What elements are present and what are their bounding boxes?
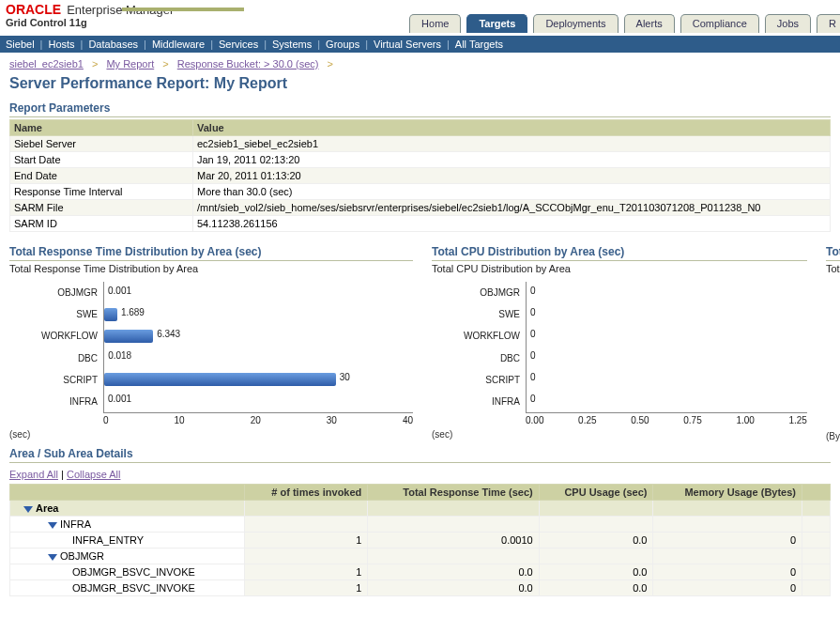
oracle-logo: ORACLE — [6, 2, 61, 17]
cell-memory: 0 — [653, 564, 802, 580]
chart-subtitle: Total CPU Distribution by Area — [432, 263, 807, 274]
col-cpu: CPU Usage (sec) — [539, 485, 653, 501]
param-name: SARM ID — [10, 216, 193, 232]
subnav-siebel[interactable]: Siebel — [6, 39, 35, 50]
breadcrumb-3[interactable]: Response Bucket: > 30.0 (sec) — [177, 58, 319, 70]
sub-nav: Siebel| Hosts| Databases| Middleware| Se… — [0, 36, 840, 53]
collapse-icon[interactable] — [48, 522, 57, 529]
cell-response: 0.0 — [368, 564, 539, 580]
brand-bar — [122, 8, 244, 11]
cell-response: 0.0010 — [368, 533, 539, 548]
col-response: Total Response Time (sec) — [368, 485, 539, 501]
subnav-services[interactable]: Services — [219, 39, 258, 50]
collapse-icon[interactable] — [48, 554, 57, 561]
col-extra — [802, 485, 831, 501]
chart-bar-label: 6.343 — [157, 329, 180, 339]
collapse-all-link[interactable]: Collapse All — [67, 469, 120, 480]
collapse-icon[interactable] — [23, 506, 33, 513]
chart-bar-label: 0 — [530, 286, 536, 296]
param-value: /mnt/sieb_vol2/sieb_home/ses/siebsrvr/en… — [193, 200, 831, 216]
subnav-middleware[interactable]: Middleware — [152, 39, 205, 50]
tab-deployments[interactable]: Deployments — [533, 14, 618, 33]
page-title: Server Performance Report: My Report — [9, 75, 831, 92]
breadcrumb-2[interactable]: My Report — [106, 58, 154, 70]
report-parameters-table: Name Value Siebel Serverec2sieb1_siebel_… — [9, 119, 831, 232]
chart-bar — [104, 308, 117, 321]
tree-root[interactable]: Area — [10, 501, 245, 517]
chart-subtitle: Total Response Time Distribution by Area — [9, 263, 413, 274]
tab-compliance[interactable]: Compliance — [680, 14, 759, 33]
area-details-title: Area / Sub Area Details — [9, 447, 831, 463]
cell-invoked: 1 — [245, 580, 368, 596]
breadcrumb-1[interactable]: siebel_ec2sieb1 — [9, 58, 84, 70]
col-invoked: # of times invoked — [245, 485, 368, 501]
subnav-systems[interactable]: Systems — [272, 39, 312, 50]
tab-home[interactable]: Home — [409, 14, 461, 33]
cell-memory: 0 — [653, 533, 802, 548]
chart-subtitle: Tota — [826, 263, 840, 274]
col-memory: Memory Usage (Bytes) — [653, 485, 802, 501]
chart-xaxis: 0.000.250.500.751.001.25 — [526, 413, 807, 425]
subnav-all-targets[interactable]: All Targets — [455, 39, 503, 50]
chart-bar-label: 0 — [530, 329, 536, 339]
report-parameters-section: Report Parameters Name Value Siebel Serv… — [9, 101, 831, 232]
chart-unit: (sec) — [432, 429, 807, 440]
param-value: ec2sieb1_siebel_ec2sieb1 — [193, 136, 831, 152]
chart-ylabels: OBJMGR SWE WORKFLOW DBC SCRIPT INFRA — [432, 282, 526, 413]
param-value: Jan 19, 2011 02:13:20 — [193, 152, 831, 168]
tab-jobs[interactable]: Jobs — [765, 14, 811, 33]
cell-invoked: 1 — [245, 564, 368, 580]
chart-bar-label: 30 — [340, 372, 350, 382]
area-details-table: # of times invoked Total Response Time (… — [9, 484, 831, 596]
chart-xaxis: 010203040 — [103, 413, 413, 425]
subnav-databases[interactable]: Databases — [88, 39, 138, 50]
chart-response-time: Total Response Time Distribution by Area… — [9, 245, 413, 441]
chart-title: Tot — [826, 245, 840, 261]
subnav-groups[interactable]: Groups — [326, 39, 359, 50]
param-value: Mar 20, 2011 01:13:20 — [193, 168, 831, 184]
expand-all-link[interactable]: Expand All — [9, 469, 58, 480]
chart-bar-label: 1.689 — [121, 307, 145, 317]
chart-bar-label: 0 — [530, 307, 536, 317]
param-name: End Date — [10, 168, 193, 184]
chart-title: Total CPU Distribution by Area (sec) — [432, 245, 807, 261]
charts-row: Total Response Time Distribution by Area… — [9, 245, 831, 441]
param-name: Siebel Server — [10, 136, 193, 152]
subnav-virtual-servers[interactable]: Virtual Servers — [374, 39, 441, 50]
col-value: Value — [193, 120, 831, 136]
chart-bar-label: 0.001 — [108, 286, 131, 296]
param-name: Start Date — [10, 152, 193, 168]
cell-cpu: 0.0 — [539, 580, 653, 596]
header: ORACLE Enterprise Manager Grid Control 1… — [0, 0, 840, 36]
tab-reports-cut[interactable]: R — [817, 14, 840, 33]
report-parameters-title: Report Parameters — [9, 101, 831, 117]
chart-title: Total Response Time Distribution by Area… — [9, 245, 413, 261]
tree-node[interactable]: INFRA — [10, 517, 245, 533]
cell-response: 0.0 — [368, 580, 539, 596]
tree-leaf: OBJMGR_BSVC_INVOKE — [10, 580, 245, 596]
chart-unit: (sec) — [9, 429, 413, 440]
chart-unit: (Byt — [826, 431, 840, 441]
cell-cpu: 0.0 — [539, 533, 653, 548]
tree-leaf: INFRA_ENTRY — [10, 533, 245, 548]
area-details-section: Area / Sub Area Details Expand All | Col… — [9, 447, 831, 596]
chevron-right-icon: > — [328, 58, 333, 70]
chart-plot: 000000 — [526, 282, 807, 413]
tab-alerts[interactable]: Alerts — [624, 14, 675, 33]
tree-leaf: OBJMGR_BSVC_INVOKE — [10, 564, 245, 580]
chevron-right-icon: > — [92, 58, 98, 70]
chart-bar-label: 0 — [530, 350, 536, 361]
breadcrumb: siebel_ec2sieb1 > My Report > Response B… — [0, 53, 840, 75]
cell-invoked: 1 — [245, 533, 368, 548]
chart-bar-label: 0.001 — [108, 394, 131, 404]
chart-memory-cut: Tot Tota (Byt — [826, 245, 840, 441]
tab-targets[interactable]: Targets — [466, 14, 527, 33]
cell-memory: 0 — [653, 580, 802, 596]
chart-bar-label: 0.018 — [108, 350, 131, 361]
chart-bar — [104, 330, 153, 343]
chevron-right-icon: > — [162, 58, 168, 70]
tree-node[interactable]: OBJMGR — [10, 548, 245, 564]
chart-bar-label: 0 — [530, 372, 536, 382]
subnav-hosts[interactable]: Hosts — [48, 39, 74, 50]
cell-cpu: 0.0 — [539, 564, 653, 580]
